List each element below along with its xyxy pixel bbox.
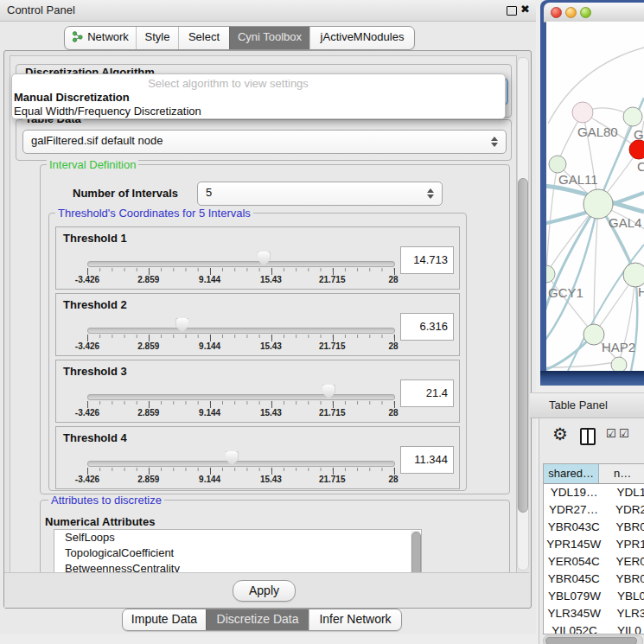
apply-button[interactable]: Apply [233,580,296,602]
node-gal80[interactable] [572,102,593,123]
threshold-2-value[interactable]: 6.316 [400,313,454,341]
float-window-icon[interactable] [507,6,517,16]
table-row[interactable]: YDL19…YDL1 [544,484,644,501]
interval-definition-title: Interval Definition [47,159,138,170]
algorithm-hint: Select algorithm to view settings [12,77,444,90]
num-intervals-label: Number of Intervals [73,187,178,200]
column-layout-icon[interactable] [580,428,596,445]
algorithm-option-manual[interactable]: Manual Discretization [14,91,130,104]
threshold-4-panel: Threshold 4 -3.4262.8599.14415.4321.7152… [55,426,460,489]
threshold-3-value[interactable]: 21.4 [400,379,454,407]
node-g[interactable] [623,107,642,126]
close-traffic-light-icon[interactable] [551,7,562,18]
table-header-row: shared… n… [544,464,644,484]
column-header-shared-name[interactable]: shared… [544,464,599,483]
network-graph: GAL80 G C GAL11 GAL4 GCY1 H HAP2 [546,22,644,371]
table-scrollbar-thumb[interactable] [545,637,637,644]
list-item[interactable]: SelfLoops [54,530,421,545]
close-icon[interactable]: ✖ [520,3,530,16]
table-panel-header: Table Panel [530,392,644,418]
node-label-gal80: GAL80 [577,124,618,139]
node-h[interactable] [623,263,644,287]
node-label-h: H [638,284,644,299]
threshold-3-panel: Threshold 3 -3.4262.8599.14415.4321.7152… [55,360,460,423]
table-row[interactable]: YIL052CYIL0 [544,622,644,634]
tab-style[interactable]: Style [136,27,178,49]
zoom-traffic-light-icon[interactable] [580,7,591,18]
node-bottom[interactable] [611,357,627,371]
table-row[interactable]: YBL079WYBL0 [544,588,644,605]
node-label-c: C [637,159,644,174]
cyni-bottom-tabs: Impute Data Discretize Data Infer Networ… [122,609,402,631]
tab-select[interactable]: Select [178,27,229,49]
threshold-1-panel: Threshold 1 -3.4262.8599.14415.4321.7152… [55,226,460,290]
table-panel-body: ⚙ ☑ ☑ shared… n… YDL19…YDL1 YDR27…YDR2 Y… [539,418,644,644]
tab-network-label: Network [87,30,129,43]
combo-stepper-icon[interactable] [426,188,434,200]
network-window-frame-bottom [540,371,644,386]
table-data-combo[interactable]: galFiltered.sif default node [22,130,507,154]
node-label-gal11: GAL11 [558,172,598,187]
num-intervals-value: 5 [206,186,212,199]
tab-impute-data[interactable]: Impute Data [123,609,206,630]
table-row[interactable]: YBR043CYBR0 [544,519,644,536]
control-panel: Control Panel ✖ Network Style Select Cyn… [0,0,536,634]
network-graph-icon [72,29,83,49]
node-label-gcy1: GCY1 [548,285,583,300]
algorithm-option-equal-width[interactable]: Equal Width/Frequency Discretization [14,105,201,118]
minimize-traffic-light-icon[interactable] [565,7,577,18]
tab-discretize-data[interactable]: Discretize Data [206,609,309,630]
table-row[interactable]: YPR145WYPR1 [544,536,644,553]
threshold-4-value[interactable]: 11.344 [400,446,454,474]
control-panel-tabs: Network Style Select Cyni Toolbox jActiv… [64,26,415,50]
control-panel-titlebar: Control Panel ✖ [0,0,536,22]
table-data-value: galFiltered.sif default node [31,134,163,147]
network-window-titlebar[interactable] [544,3,644,22]
gear-icon[interactable]: ⚙ [552,424,568,444]
tab-jactivemnodules[interactable]: jActiveMNodules [309,27,414,49]
node-gal4[interactable] [583,189,613,219]
panel-title: Control Panel [7,3,75,16]
threshold-2-panel: Threshold 2 -3.4262.8599.14415.4321.7152… [55,293,460,356]
node-gal11[interactable] [549,156,566,173]
node-label-gal4: GAL4 [609,215,641,230]
apply-bar: Apply [4,572,529,608]
num-intervals-combo[interactable]: 5 [197,182,443,206]
list-item[interactable]: TopologicalCoefficient [54,545,421,561]
table-row[interactable]: YDR27…YDR2 [544,501,644,519]
node-selected-red[interactable] [629,140,644,159]
screen: Control Panel ✖ Network Style Select Cyn… [0,0,644,644]
threshold-1-value[interactable]: 14.713 [400,246,454,274]
numerical-attributes-label: Numerical Attributes [45,515,155,528]
table-panel-title: Table Panel [549,399,608,411]
checkbox-icon[interactable]: ☑ [619,427,629,440]
node-table[interactable]: shared… n… YDL19…YDL1 YDR27…YDR2 YBR043C… [543,463,644,634]
node-gcy1[interactable] [546,265,555,283]
thresholds-group-title: Threshold's Coordinates for 5 Intervals [55,207,253,219]
attributes-group-title: Attributes to discretize [48,494,164,506]
table-row[interactable]: YER054CYER0 [544,553,644,571]
node-label-hap2: HAP2 [602,340,635,354]
table-row[interactable]: YLR345WYLR3 [544,605,644,622]
combo-stepper-icon[interactable] [490,136,498,148]
table-row[interactable]: YBR045CYBR0 [544,571,644,588]
network-view-canvas[interactable]: GAL80 G C GAL11 GAL4 GCY1 H HAP2 [546,22,644,371]
content-scrollbar[interactable] [517,57,529,571]
content-scrollbar-thumb[interactable] [518,178,528,513]
tab-cyni-toolbox[interactable]: Cyni Toolbox [229,27,309,49]
node-label-g: G [634,127,644,142]
tab-network[interactable]: Network [65,27,136,49]
tab-infer-network[interactable]: Infer Network [309,609,401,630]
checkbox-icon[interactable]: ☑ [606,427,616,440]
column-header-name[interactable]: n… [599,464,644,483]
table-horizontal-scrollbar[interactable] [543,635,643,644]
algorithm-dropdown-popup: Select algorithm to view settings Manual… [11,73,506,119]
